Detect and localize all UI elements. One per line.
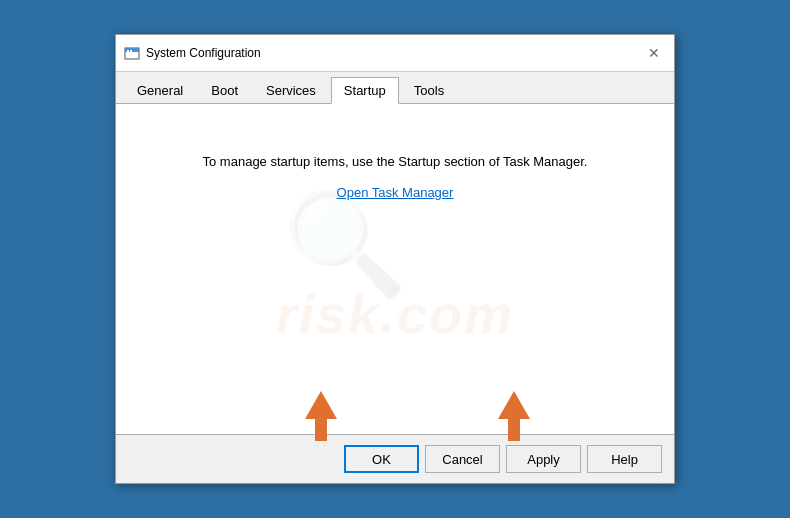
open-task-manager-link[interactable]: Open Task Manager: [337, 185, 454, 200]
ok-button[interactable]: OK: [344, 445, 419, 473]
svg-marker-5: [498, 391, 530, 441]
tab-bar: General Boot Services Startup Tools: [116, 72, 674, 104]
startup-info-text: To manage startup items, use the Startup…: [203, 154, 588, 169]
tab-boot[interactable]: Boot: [198, 77, 251, 104]
tab-startup[interactable]: Startup: [331, 77, 399, 104]
system-configuration-window: System Configuration ✕ General Boot Serv…: [115, 34, 675, 484]
title-bar: System Configuration ✕: [116, 35, 674, 72]
watermark-magnifier: 🔍: [283, 193, 408, 293]
ok-arrow-indicator: [301, 391, 341, 441]
window-title: System Configuration: [146, 46, 261, 60]
help-button[interactable]: Help: [587, 445, 662, 473]
svg-rect-2: [127, 50, 129, 52]
tab-general[interactable]: General: [124, 77, 196, 104]
cancel-button[interactable]: Cancel: [425, 445, 500, 473]
footer: OK Cancel Apply Help: [116, 434, 674, 483]
svg-rect-3: [130, 50, 132, 52]
watermark-text: risk.com: [276, 283, 514, 345]
close-button[interactable]: ✕: [642, 41, 666, 65]
content-area: 🔍 risk.com To manage startup items, use …: [116, 104, 674, 434]
tab-tools[interactable]: Tools: [401, 77, 457, 104]
apply-arrow-indicator: [494, 391, 534, 441]
window-icon: [124, 45, 140, 61]
tab-services[interactable]: Services: [253, 77, 329, 104]
title-bar-left: System Configuration: [124, 45, 261, 61]
svg-marker-4: [305, 391, 337, 441]
apply-button[interactable]: Apply: [506, 445, 581, 473]
